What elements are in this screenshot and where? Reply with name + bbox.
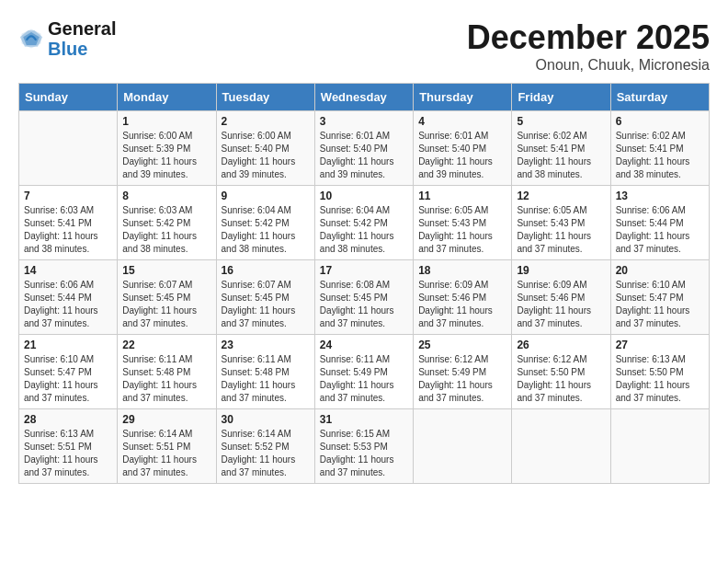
day-number: 1 xyxy=(122,115,210,128)
calendar-week-row: 21Sunrise: 6:10 AM Sunset: 5:47 PM Dayli… xyxy=(19,335,710,409)
day-number: 30 xyxy=(222,413,310,426)
calendar-cell: 31Sunrise: 6:15 AM Sunset: 5:53 PM Dayli… xyxy=(314,409,413,484)
logo-text: General Blue xyxy=(48,18,116,59)
header-cell-thursday: Thursday xyxy=(414,84,512,111)
day-info: Sunrise: 6:01 AM Sunset: 5:40 PM Dayligh… xyxy=(320,130,408,181)
calendar-cell: 4Sunrise: 6:01 AM Sunset: 5:40 PM Daylig… xyxy=(414,111,512,186)
header-cell-saturday: Saturday xyxy=(610,84,709,111)
calendar-week-row: 28Sunrise: 6:13 AM Sunset: 5:51 PM Dayli… xyxy=(19,409,710,484)
day-info: Sunrise: 6:11 AM Sunset: 5:49 PM Dayligh… xyxy=(320,353,408,405)
day-number: 7 xyxy=(24,190,112,202)
day-number: 6 xyxy=(616,115,704,128)
header-cell-sunday: Sunday xyxy=(19,84,118,111)
calendar-cell: 6Sunrise: 6:02 AM Sunset: 5:41 PM Daylig… xyxy=(610,111,709,186)
calendar-cell: 2Sunrise: 6:00 AM Sunset: 5:40 PM Daylig… xyxy=(216,111,314,186)
day-info: Sunrise: 6:07 AM Sunset: 5:45 PM Dayligh… xyxy=(222,279,310,330)
day-number: 18 xyxy=(418,264,506,277)
day-info: Sunrise: 6:07 AM Sunset: 5:45 PM Dayligh… xyxy=(122,279,210,330)
calendar-cell: 15Sunrise: 6:07 AM Sunset: 5:45 PM Dayli… xyxy=(118,260,216,335)
day-number: 24 xyxy=(320,339,408,351)
calendar-cell: 18Sunrise: 6:09 AM Sunset: 5:46 PM Dayli… xyxy=(414,260,512,335)
day-number: 19 xyxy=(517,264,605,277)
day-number: 13 xyxy=(616,190,704,202)
day-info: Sunrise: 6:01 AM Sunset: 5:40 PM Dayligh… xyxy=(418,130,506,181)
calendar-cell: 28Sunrise: 6:13 AM Sunset: 5:51 PM Dayli… xyxy=(19,409,118,484)
header-cell-monday: Monday xyxy=(118,84,216,111)
calendar-cell: 16Sunrise: 6:07 AM Sunset: 5:45 PM Dayli… xyxy=(216,260,314,335)
day-info: Sunrise: 6:00 AM Sunset: 5:39 PM Dayligh… xyxy=(122,130,210,181)
calendar-cell: 5Sunrise: 6:02 AM Sunset: 5:41 PM Daylig… xyxy=(512,111,610,186)
day-number: 25 xyxy=(418,339,506,351)
logo: General Blue xyxy=(18,18,116,59)
calendar-cell: 11Sunrise: 6:05 AM Sunset: 5:43 PM Dayli… xyxy=(414,186,512,260)
day-info: Sunrise: 6:04 AM Sunset: 5:42 PM Dayligh… xyxy=(320,204,408,256)
day-info: Sunrise: 6:09 AM Sunset: 5:46 PM Dayligh… xyxy=(418,279,506,330)
calendar-cell: 29Sunrise: 6:14 AM Sunset: 5:51 PM Dayli… xyxy=(118,409,216,484)
calendar-cell: 13Sunrise: 6:06 AM Sunset: 5:44 PM Dayli… xyxy=(610,186,709,260)
day-info: Sunrise: 6:10 AM Sunset: 5:47 PM Dayligh… xyxy=(616,279,704,330)
logo-icon xyxy=(18,26,44,52)
calendar-week-row: 7Sunrise: 6:03 AM Sunset: 5:41 PM Daylig… xyxy=(19,186,710,260)
day-number: 5 xyxy=(517,115,605,128)
day-number: 23 xyxy=(222,339,310,351)
calendar-cell: 9Sunrise: 6:04 AM Sunset: 5:42 PM Daylig… xyxy=(216,186,314,260)
calendar-table: SundayMondayTuesdayWednesdayThursdayFrid… xyxy=(18,83,710,484)
day-number: 27 xyxy=(616,339,704,351)
title-area: December 2025 Onoun, Chuuk, Micronesia xyxy=(467,18,710,74)
day-number: 3 xyxy=(320,115,408,128)
calendar-cell xyxy=(610,409,709,484)
calendar-cell xyxy=(19,111,118,186)
calendar-cell: 3Sunrise: 6:01 AM Sunset: 5:40 PM Daylig… xyxy=(314,111,413,186)
day-number: 11 xyxy=(418,190,506,202)
calendar-cell: 24Sunrise: 6:11 AM Sunset: 5:49 PM Dayli… xyxy=(314,335,413,409)
day-info: Sunrise: 6:11 AM Sunset: 5:48 PM Dayligh… xyxy=(222,353,310,405)
calendar-cell: 25Sunrise: 6:12 AM Sunset: 5:49 PM Dayli… xyxy=(414,335,512,409)
day-number: 17 xyxy=(320,264,408,277)
day-number: 15 xyxy=(122,264,210,277)
day-info: Sunrise: 6:14 AM Sunset: 5:52 PM Dayligh… xyxy=(222,428,310,479)
day-info: Sunrise: 6:09 AM Sunset: 5:46 PM Dayligh… xyxy=(517,279,605,330)
day-number: 22 xyxy=(122,339,210,351)
day-info: Sunrise: 6:06 AM Sunset: 5:44 PM Dayligh… xyxy=(616,204,704,256)
calendar-cell: 8Sunrise: 6:03 AM Sunset: 5:42 PM Daylig… xyxy=(118,186,216,260)
day-number: 9 xyxy=(222,190,310,202)
calendar-week-row: 14Sunrise: 6:06 AM Sunset: 5:44 PM Dayli… xyxy=(19,260,710,335)
day-info: Sunrise: 6:15 AM Sunset: 5:53 PM Dayligh… xyxy=(320,428,408,479)
calendar-cell xyxy=(414,409,512,484)
calendar-cell: 12Sunrise: 6:05 AM Sunset: 5:43 PM Dayli… xyxy=(512,186,610,260)
calendar-cell: 21Sunrise: 6:10 AM Sunset: 5:47 PM Dayli… xyxy=(19,335,118,409)
calendar-cell: 1Sunrise: 6:00 AM Sunset: 5:39 PM Daylig… xyxy=(118,111,216,186)
header-cell-friday: Friday xyxy=(512,84,610,111)
calendar-cell: 20Sunrise: 6:10 AM Sunset: 5:47 PM Dayli… xyxy=(610,260,709,335)
day-info: Sunrise: 6:12 AM Sunset: 5:50 PM Dayligh… xyxy=(517,353,605,405)
month-title: December 2025 xyxy=(467,18,710,57)
calendar-week-row: 1Sunrise: 6:00 AM Sunset: 5:39 PM Daylig… xyxy=(19,111,710,186)
day-info: Sunrise: 6:03 AM Sunset: 5:41 PM Dayligh… xyxy=(24,204,112,256)
calendar-cell: 30Sunrise: 6:14 AM Sunset: 5:52 PM Dayli… xyxy=(216,409,314,484)
day-info: Sunrise: 6:08 AM Sunset: 5:45 PM Dayligh… xyxy=(320,279,408,330)
day-number: 21 xyxy=(24,339,112,351)
day-number: 20 xyxy=(616,264,704,277)
calendar-cell: 22Sunrise: 6:11 AM Sunset: 5:48 PM Dayli… xyxy=(118,335,216,409)
day-info: Sunrise: 6:04 AM Sunset: 5:42 PM Dayligh… xyxy=(222,204,310,256)
day-info: Sunrise: 6:11 AM Sunset: 5:48 PM Dayligh… xyxy=(122,353,210,405)
day-info: Sunrise: 6:00 AM Sunset: 5:40 PM Dayligh… xyxy=(222,130,310,181)
header-cell-tuesday: Tuesday xyxy=(216,84,314,111)
calendar-cell xyxy=(512,409,610,484)
day-number: 28 xyxy=(24,413,112,426)
day-number: 8 xyxy=(122,190,210,202)
calendar-cell: 14Sunrise: 6:06 AM Sunset: 5:44 PM Dayli… xyxy=(19,260,118,335)
day-info: Sunrise: 6:02 AM Sunset: 5:41 PM Dayligh… xyxy=(616,130,704,181)
calendar-cell: 23Sunrise: 6:11 AM Sunset: 5:48 PM Dayli… xyxy=(216,335,314,409)
header-cell-wednesday: Wednesday xyxy=(314,84,413,111)
day-info: Sunrise: 6:02 AM Sunset: 5:41 PM Dayligh… xyxy=(517,130,605,181)
day-number: 31 xyxy=(320,413,408,426)
day-info: Sunrise: 6:05 AM Sunset: 5:43 PM Dayligh… xyxy=(418,204,506,256)
day-number: 29 xyxy=(122,413,210,426)
day-info: Sunrise: 6:06 AM Sunset: 5:44 PM Dayligh… xyxy=(24,279,112,330)
day-number: 16 xyxy=(222,264,310,277)
calendar-cell: 26Sunrise: 6:12 AM Sunset: 5:50 PM Dayli… xyxy=(512,335,610,409)
day-info: Sunrise: 6:12 AM Sunset: 5:49 PM Dayligh… xyxy=(418,353,506,405)
day-number: 12 xyxy=(517,190,605,202)
calendar-cell: 19Sunrise: 6:09 AM Sunset: 5:46 PM Dayli… xyxy=(512,260,610,335)
